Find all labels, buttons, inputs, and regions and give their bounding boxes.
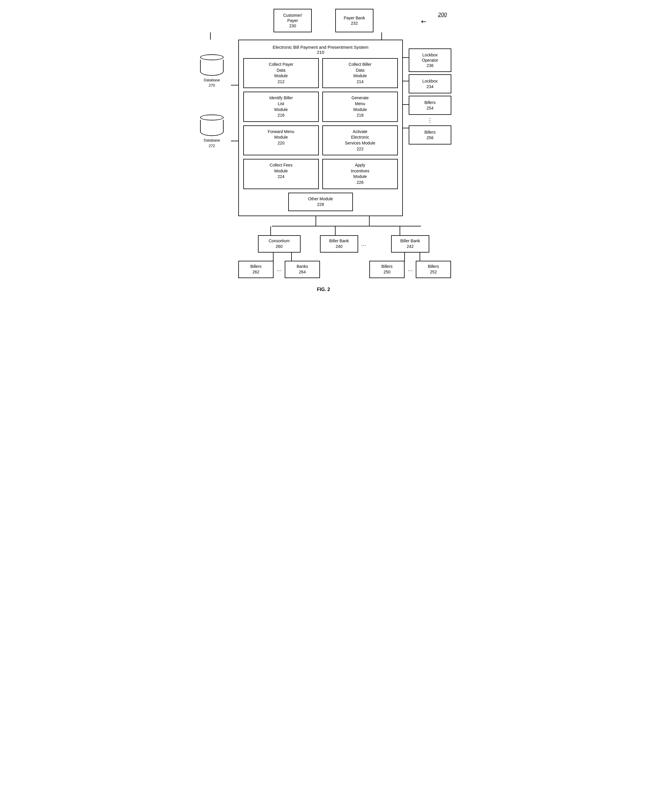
lockbox-num: 234 bbox=[427, 84, 433, 89]
billers-256-num: 256 bbox=[427, 135, 433, 140]
payer-bank-num: 232 bbox=[351, 21, 358, 26]
ebpp-title: Electronic Bill Payment and Presentment … bbox=[243, 45, 398, 55]
payer-bank-label: Payer Bank bbox=[344, 15, 365, 21]
right-column: LockboxOperator 236 Lockbox 234 Billers … bbox=[409, 49, 451, 145]
vline-banks264 bbox=[291, 253, 292, 261]
other-module-box: Other Module 228 bbox=[288, 193, 353, 211]
main-area: Database270 Database272 Electronic Bill … bbox=[191, 40, 456, 216]
activate-electronic-label: ActivateElectronicServices Module bbox=[345, 129, 376, 145]
bb242-lines bbox=[400, 253, 420, 261]
ebpp-box: Electronic Bill Payment and Presentment … bbox=[238, 40, 403, 216]
db-connectors bbox=[231, 57, 238, 169]
lockbox-operator-box: LockboxOperator 236 bbox=[409, 49, 451, 72]
billers-262-label: Billers bbox=[242, 264, 269, 270]
vdrop-consortium bbox=[270, 226, 271, 235]
billers-256-box: Billers 256 bbox=[409, 125, 451, 145]
banks-264-box: Banks 264 bbox=[285, 261, 320, 278]
vdrop-biller-bank240 bbox=[335, 226, 335, 235]
biller-bank-240-cluster: Biller Bank 240 bbox=[320, 235, 358, 253]
bb242-hline bbox=[401, 252, 420, 253]
modules-grid: Collect PayerDataModule 212 Collect Bill… bbox=[243, 58, 398, 189]
right-area: LockboxOperator 236 Lockbox 234 Billers … bbox=[403, 49, 451, 145]
billers-250-label: Billers bbox=[373, 264, 401, 270]
database-270: Database270 bbox=[196, 54, 228, 88]
bottom-vlines-row bbox=[223, 216, 424, 226]
lockbox-box: Lockbox 234 bbox=[409, 74, 451, 93]
bb242-children: Billers 250 … Billers 252 bbox=[369, 261, 451, 278]
billers-250-num: 250 bbox=[373, 269, 401, 275]
identify-biller-label: Identify BillerListModule bbox=[269, 95, 293, 111]
dots-right: ⋮ bbox=[409, 117, 451, 123]
collect-biller-label: Collect BillerDataModule bbox=[349, 62, 372, 78]
billers-256-label: Billers bbox=[424, 130, 436, 135]
hline-billers254 bbox=[403, 104, 409, 105]
other-module-label: Other Module bbox=[308, 197, 333, 201]
payer-bank-box: Payer Bank 232 bbox=[335, 9, 373, 32]
activate-electronic-num: 222 bbox=[357, 147, 364, 151]
collect-payer-box: Collect PayerDataModule 212 bbox=[243, 58, 319, 88]
forward-menu-num: 220 bbox=[278, 140, 284, 145]
consortium-children: Billers 262 … Banks 264 bbox=[238, 261, 320, 278]
hline-db270 bbox=[231, 85, 238, 85]
consortium-lines bbox=[266, 253, 292, 261]
biller-bank-240-label: Biller Bank bbox=[324, 238, 354, 244]
collect-payer-label: Collect PayerDataModule bbox=[269, 62, 293, 78]
consortium-num: 260 bbox=[262, 244, 297, 250]
collect-fees-box: Collect FeesModule 224 bbox=[243, 159, 319, 189]
vline-billers250 bbox=[404, 253, 405, 261]
bottom-clusters: Consortium 260 Billers 262 … Banks bbox=[215, 235, 432, 278]
billers-250-box: Billers 250 bbox=[369, 261, 405, 278]
biller-bank-242-label: Biller Bank bbox=[395, 238, 425, 244]
banks-264-label: Banks bbox=[289, 264, 316, 270]
billers-252-num: 252 bbox=[420, 269, 447, 275]
db-272-top bbox=[200, 114, 223, 121]
db-272-body bbox=[200, 120, 223, 136]
billers-252-label: Billers bbox=[420, 264, 447, 270]
lockbox-label: Lockbox bbox=[422, 78, 437, 84]
billers-254-box: Billers 254 bbox=[409, 96, 451, 115]
vline-ebpp-right bbox=[369, 216, 370, 226]
identify-biller-box: Identify BillerListModule 216 bbox=[243, 92, 319, 122]
customer-payer-num: 230 bbox=[289, 23, 296, 29]
database-272: Database272 bbox=[196, 114, 228, 148]
consortium-cluster: Consortium 260 Billers 262 … Banks bbox=[238, 235, 320, 278]
identify-biller-num: 216 bbox=[278, 113, 284, 118]
biller-bank-242-num: 242 bbox=[395, 244, 425, 250]
vline-ebpp-left bbox=[315, 216, 316, 226]
collect-fees-label: Collect FeesModule bbox=[270, 163, 293, 173]
db-270-body bbox=[200, 60, 223, 76]
generate-menu-label: GenerateMenuModule bbox=[352, 95, 369, 111]
vdrop-biller-bank242 bbox=[399, 226, 400, 235]
hline-billers256 bbox=[403, 128, 409, 128]
top-row: Customer/Payer 230 Payer Bank 232 ↙ bbox=[191, 9, 456, 32]
collect-biller-box: Collect BillerDataModule 214 bbox=[322, 58, 398, 88]
other-module-wrapper: Other Module 228 bbox=[243, 193, 398, 211]
apply-incentives-num: 226 bbox=[357, 180, 364, 185]
biller-bank-242-box: Biller Bank 242 bbox=[391, 235, 429, 253]
collect-fees-num: 224 bbox=[278, 174, 284, 179]
biller-bank-242-cluster: Biller Bank 242 Billers 250 bbox=[369, 235, 451, 278]
vline-payer-bank bbox=[381, 32, 382, 40]
left-databases: Database270 Database272 bbox=[196, 54, 228, 149]
db-272-label: Database272 bbox=[203, 138, 220, 148]
db-270-num: 270 bbox=[209, 83, 215, 87]
activate-electronic-box: ActivateElectronicServices Module 222 bbox=[322, 125, 398, 155]
ebpp-num: 210 bbox=[317, 50, 324, 55]
billers-254-num: 254 bbox=[427, 105, 433, 111]
bottom-drops bbox=[215, 226, 432, 235]
consortium-label: Consortium bbox=[262, 238, 297, 244]
customer-payer-label: Customer/Payer bbox=[283, 13, 302, 23]
db-270-top bbox=[200, 54, 223, 60]
fig-label: FIG. 2 bbox=[191, 287, 456, 292]
forward-menu-box: Forward MenuModule 220 bbox=[243, 125, 319, 155]
ref-arrow: ↙ bbox=[419, 17, 428, 26]
billers-252-box: Billers 252 bbox=[416, 261, 451, 278]
customer-payer-box: Customer/Payer 230 bbox=[274, 9, 312, 32]
hline-lockbox-op bbox=[403, 57, 409, 58]
apply-incentives-box: ApplyIncentivesModule 226 bbox=[322, 159, 398, 189]
lockbox-operator-label: LockboxOperator bbox=[422, 52, 438, 63]
biller-bank-240-box: Biller Bank 240 bbox=[320, 235, 358, 253]
dots-biller-banks: … bbox=[361, 235, 366, 247]
diagram: 200 Customer/Payer 230 Payer Bank 232 ↙ … bbox=[191, 9, 456, 292]
billers-262-num: 262 bbox=[242, 269, 269, 275]
